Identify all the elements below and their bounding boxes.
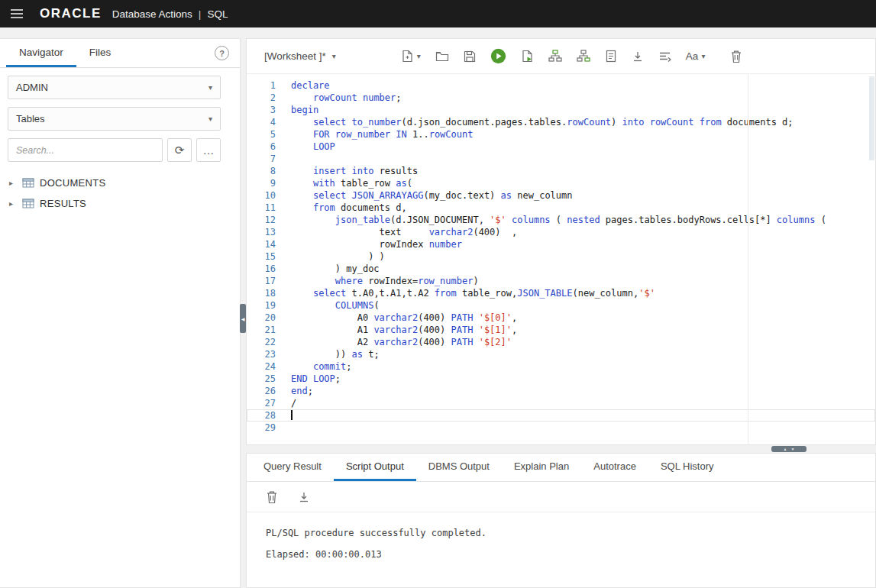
object-type-select[interactable]: Tables ▾	[8, 107, 221, 131]
refresh-button[interactable]: ⟳	[167, 138, 192, 162]
output-tab-autotrace[interactable]: Autotrace	[581, 454, 648, 481]
code-line[interactable]: 24 commit;	[247, 360, 875, 373]
code-text: FOR row_number IN 1..rowCount	[291, 128, 473, 141]
open-file-button[interactable]	[434, 49, 451, 64]
column-ruler	[748, 74, 748, 444]
navigator-tree: ▸DOCUMENTS▸RESULTS	[0, 162, 240, 214]
line-number: 10	[247, 189, 291, 202]
sql-editor[interactable]: 1declare2 rowCount number;3begin4 select…	[247, 74, 875, 444]
line-number: 17	[247, 275, 291, 287]
output-tab-dbms-output[interactable]: DBMS Output	[416, 454, 502, 481]
code-line[interactable]: 13 text varchar2(400) ,	[247, 226, 875, 238]
clear-output-button[interactable]	[266, 490, 278, 504]
tree-item-results[interactable]: ▸RESULTS	[9, 193, 240, 214]
code-text: LOOP	[291, 141, 335, 153]
folder-icon	[435, 50, 449, 63]
search-input[interactable]	[8, 138, 163, 162]
worksheet-selector[interactable]: [Worksheet ]* ▾	[264, 50, 336, 62]
explain-plan-button[interactable]	[547, 48, 564, 64]
code-line[interactable]: 19 COLUMNS(	[247, 299, 875, 312]
download-icon	[632, 50, 644, 63]
code-line[interactable]: 5 FOR row_number IN 1..rowCount	[247, 128, 875, 141]
output-tab-explain-plan[interactable]: Explain Plan	[502, 454, 581, 481]
chevron-down-icon: ▾	[208, 83, 212, 92]
output-tab-sql-history[interactable]: SQL History	[648, 454, 726, 481]
code-line[interactable]: 20 A0 varchar2(400) PATH '$[0]',	[247, 312, 875, 324]
expand-icon[interactable]: ▸	[9, 179, 17, 187]
content-area: Navigator Files ? ADMIN ▾ Tables ▾ ⟳ … ▸…	[0, 27, 876, 588]
code-text: end;	[291, 385, 313, 397]
code-line[interactable]: 28	[247, 409, 875, 422]
download-button[interactable]	[630, 49, 645, 64]
line-number: 4	[247, 116, 291, 128]
code-line[interactable]: 23 )) as t;	[247, 348, 875, 360]
code-line[interactable]: 11 from documents d,	[247, 202, 875, 214]
output-splitter[interactable]: ▲ ▼	[246, 445, 876, 453]
format-icon	[658, 50, 671, 63]
schema-select[interactable]: ADMIN ▾	[8, 76, 221, 99]
code-line[interactable]: 18 select t.A0,t.A1,t.A2 from table_row,…	[247, 287, 875, 299]
run-script-button[interactable]	[519, 48, 535, 64]
code-line[interactable]: 10 select JSON_ARRAYAGG(my_doc.text) as …	[247, 189, 875, 202]
text-cursor	[291, 410, 293, 420]
format-button[interactable]	[657, 49, 673, 64]
object-type-select-value: Tables	[16, 113, 45, 124]
code-line[interactable]: 14 rowIndex number	[247, 238, 875, 250]
code-line[interactable]: 8 insert into results	[247, 165, 875, 177]
worksheet-title: [Worksheet ]*	[264, 50, 326, 62]
output-tab-query-result[interactable]: Query Result	[251, 454, 334, 481]
hamburger-menu-icon[interactable]	[9, 6, 24, 21]
new-worksheet-button[interactable]: ▾	[399, 48, 422, 64]
sidebar: Navigator Files ? ADMIN ▾ Tables ▾ ⟳ … ▸…	[0, 38, 241, 588]
more-actions-button[interactable]: …	[196, 138, 221, 162]
code-line[interactable]: 4 select to_number(d.json_document.pages…	[247, 116, 875, 128]
code-text: END LOOP;	[291, 373, 341, 385]
code-line[interactable]: 15 ) )	[247, 250, 875, 263]
code-text: text varchar2(400) ,	[291, 226, 517, 238]
code-line[interactable]: 25END LOOP;	[247, 373, 875, 385]
ellipsis-icon: …	[203, 144, 215, 157]
tab-navigator[interactable]: Navigator	[6, 39, 76, 67]
line-number: 27	[247, 397, 291, 409]
code-line[interactable]: 12 json_table(d.JSON_DOCUMENT, '$' colum…	[247, 214, 875, 226]
code-line[interactable]: 6 LOOP	[247, 141, 875, 153]
worksheet-toolbar: [Worksheet ]* ▾ ▾	[247, 39, 875, 74]
table-icon	[22, 178, 34, 188]
download-output-button[interactable]	[298, 491, 310, 503]
code-line[interactable]: 2 rowCount number;	[247, 92, 875, 104]
chevron-down-icon: ▾	[701, 52, 705, 60]
code-line[interactable]: 17 where rowIndex=row_number)	[247, 275, 875, 287]
expand-icon[interactable]: ▸	[9, 199, 17, 208]
tree-item-documents[interactable]: ▸DOCUMENTS	[9, 173, 240, 193]
code-line[interactable]: 1declare	[247, 79, 875, 92]
code-line[interactable]: 26end;	[247, 385, 875, 397]
help-icon[interactable]: ?	[215, 46, 229, 60]
font-size-button[interactable]: Aa ▾	[684, 49, 707, 63]
code-line[interactable]: 27/	[247, 397, 875, 409]
output-tab-script-output[interactable]: Script Output	[334, 454, 416, 481]
autotrace-button[interactable]	[575, 48, 592, 64]
code-text: ) my_doc	[291, 263, 380, 275]
run-statement-button[interactable]	[489, 47, 508, 66]
sidebar-splitter[interactable]: ◀	[240, 304, 246, 333]
code-line[interactable]: 3begin	[247, 104, 875, 116]
line-number: 12	[247, 214, 291, 226]
chevron-down-icon: ▾	[332, 52, 336, 60]
code-text: commit;	[291, 360, 352, 373]
output-toolbar	[247, 482, 875, 512]
code-line[interactable]: 16 ) my_doc	[247, 263, 875, 275]
line-number: 13	[247, 226, 291, 238]
save-button[interactable]	[462, 49, 477, 64]
splitter-handle[interactable]: ▲ ▼	[771, 446, 807, 452]
code-line[interactable]: 9 with table_row as(	[247, 177, 875, 189]
clear-worksheet-button[interactable]	[729, 48, 744, 65]
code-text: A2 varchar2(400) PATH '$[2]'	[291, 336, 512, 348]
code-line[interactable]: 29	[247, 422, 875, 434]
code-line[interactable]: 21 A1 varchar2(400) PATH '$[1]',	[247, 324, 875, 336]
code-line[interactable]: 22 A2 varchar2(400) PATH '$[2]'	[247, 336, 875, 348]
editor-scrollbar[interactable]	[869, 76, 874, 160]
code-text: )) as t;	[291, 348, 380, 360]
sql-history-button[interactable]	[603, 48, 619, 64]
tab-files[interactable]: Files	[76, 39, 124, 67]
code-line[interactable]: 7	[247, 153, 875, 165]
